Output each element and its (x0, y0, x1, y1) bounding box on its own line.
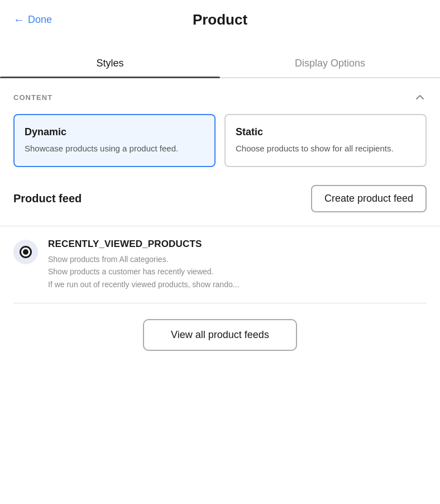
product-feed-label: Product feed (13, 192, 82, 205)
section-header: CONTENT (13, 78, 427, 114)
radio-dot (23, 249, 28, 255)
page-title: Product (193, 11, 247, 28)
create-product-feed-button[interactable]: Create product feed (311, 185, 427, 212)
view-all-container: View all product feeds (0, 303, 440, 367)
option-card-static[interactable]: Static Choose products to show for all r… (224, 114, 427, 167)
static-title: Static (236, 126, 415, 138)
product-feed-row: Product feed Create product feed (13, 185, 427, 212)
option-card-dynamic[interactable]: Dynamic Showcase products using a produc… (13, 114, 216, 167)
static-description: Choose products to show for all recipien… (236, 142, 415, 155)
done-button[interactable]: ← Done (13, 13, 52, 26)
content-section: CONTENT Dynamic Showcase products using … (0, 78, 440, 212)
feed-info: RECENTLY_VIEWED_PRODUCTS Show products f… (48, 239, 427, 291)
section-label: CONTENT (13, 93, 52, 102)
back-arrow-icon: ← (13, 13, 25, 26)
radio-inner (20, 246, 32, 258)
feed-name: RECENTLY_VIEWED_PRODUCTS (48, 239, 427, 250)
list-item[interactable]: RECENTLY_VIEWED_PRODUCTS Show products f… (13, 226, 427, 303)
chevron-up-icon[interactable] (413, 91, 427, 104)
tab-styles[interactable]: Styles (0, 49, 220, 77)
feed-description: Show products from All categories. Show … (48, 253, 427, 291)
view-all-product-feeds-button[interactable]: View all product feeds (143, 319, 297, 351)
done-label: Done (28, 14, 52, 26)
dynamic-description: Showcase products using a product feed. (25, 142, 204, 155)
page-header: ← Done Product (0, 0, 440, 37)
option-cards: Dynamic Showcase products using a produc… (13, 114, 427, 167)
feed-list: RECENTLY_VIEWED_PRODUCTS Show products f… (0, 226, 440, 303)
tab-display-options[interactable]: Display Options (220, 49, 440, 77)
feed-radio-icon[interactable] (13, 240, 38, 264)
dynamic-title: Dynamic (25, 126, 204, 138)
tabs-container: Styles Display Options (0, 49, 440, 78)
